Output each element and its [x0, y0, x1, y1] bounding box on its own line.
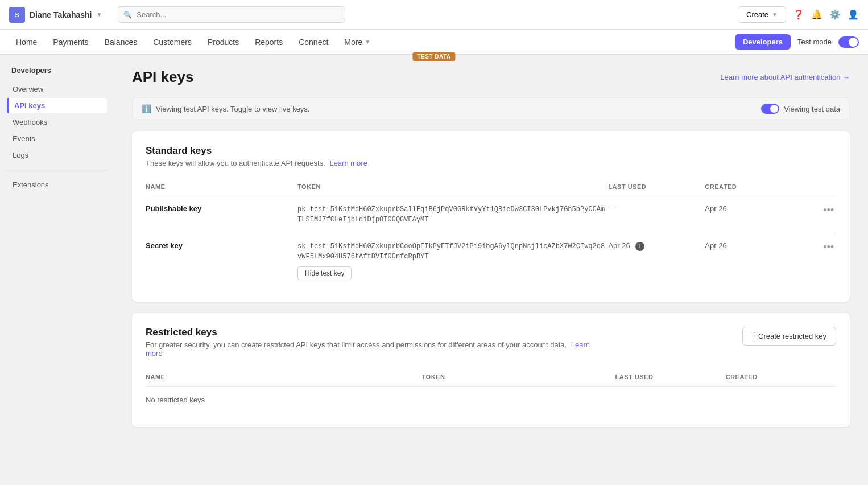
test-data-badge: TEST DATA: [412, 52, 455, 61]
publishable-key-created: Apr 26: [705, 196, 801, 233]
col-last-used-header: LAST USED: [608, 179, 705, 196]
gear-icon[interactable]: ⚙️: [829, 9, 841, 20]
standard-keys-desc-text: These keys will allow you to authenticat…: [146, 159, 325, 167]
info-bar: ℹ️ Viewing test API keys. Toggle to view…: [132, 97, 850, 120]
created-value: Apr 26: [705, 241, 726, 250]
topbar-right: Create ▼ ❓ 🔔 ⚙️ 👤: [738, 6, 859, 23]
table-row: Publishable key pk_test_51KstMdH60Zxkupr…: [146, 196, 836, 233]
create-button[interactable]: Create ▼: [738, 6, 786, 23]
standard-keys-table: NAME TOKEN LAST USED CREATED Publishable…: [146, 179, 836, 288]
key-name-label: Secret key: [146, 241, 183, 250]
nav-item-products[interactable]: Products: [201, 33, 246, 51]
nav-item-customers[interactable]: Customers: [146, 33, 199, 51]
created-value: Apr 26: [705, 204, 726, 213]
restricted-keys-table: NAME TOKEN LAST USED CREATED No restrict…: [146, 369, 836, 413]
secret-key-name: Secret key: [146, 233, 297, 289]
sidebar-item-events[interactable]: Events: [7, 131, 107, 146]
sidebar-item-webhooks[interactable]: Webhooks: [7, 114, 107, 130]
nav-right: Developers Test mode: [735, 34, 859, 50]
user-icon[interactable]: 👤: [848, 9, 859, 20]
more-actions-button[interactable]: •••: [821, 241, 836, 253]
info-circle-icon: ℹ️: [142, 104, 151, 113]
layout: Developers Overview API keys Webhooks Ev…: [0, 55, 868, 485]
nav-item-more[interactable]: More ▼: [337, 33, 377, 51]
token-value: pk_test_51KstMdH60ZxkuprbSallEqiB6jPqV0G…: [297, 205, 605, 224]
toggle-knob: [849, 38, 858, 47]
publishable-key-token: pk_test_51KstMdH60ZxkuprbSallEqiB6jPqV0G…: [297, 196, 608, 233]
col-actions-header: [801, 179, 836, 196]
sidebar-title: Developers: [7, 66, 107, 75]
test-mode-label: Test mode: [797, 38, 832, 46]
viewing-label: Viewing test data: [784, 105, 840, 113]
page-title: API keys: [132, 68, 193, 86]
key-name-label: Publishable key: [146, 204, 201, 213]
learn-more-api-link[interactable]: Learn more about API authentication →: [720, 73, 850, 81]
search-icon: 🔍: [123, 11, 132, 19]
search-input[interactable]: [118, 6, 345, 23]
info-bar-left: ℹ️ Viewing test API keys. Toggle to view…: [142, 104, 310, 113]
nav-item-home[interactable]: Home: [9, 33, 44, 51]
help-icon[interactable]: ❓: [793, 9, 804, 20]
more-actions-button[interactable]: •••: [821, 204, 836, 216]
toggle-knob: [770, 105, 778, 113]
test-mode-toggle[interactable]: [838, 36, 859, 48]
publishable-key-actions: •••: [801, 196, 836, 233]
user-name[interactable]: Diane Takahashi: [30, 10, 92, 19]
navbar: Home Payments Balances Customers Product…: [0, 30, 868, 55]
restricted-col-token-header: TOKEN: [422, 369, 615, 387]
restricted-col-name-header: NAME: [146, 369, 422, 387]
restricted-header-text: Restricted keys For greater security, yo…: [146, 327, 733, 357]
main-content: API keys Learn more about API authentica…: [114, 55, 868, 485]
chevron-down-icon: ▼: [365, 39, 370, 45]
search-bar: 🔍: [118, 6, 345, 23]
restricted-title: Restricted keys: [146, 327, 733, 338]
more-label: More: [344, 38, 362, 47]
sidebar-item-logs[interactable]: Logs: [7, 147, 107, 163]
secret-key-token: sk_test_51KstMdH60ZxkuprbCooOpFIkPyFTfJV…: [297, 233, 608, 289]
last-used-value: Apr 26: [608, 241, 630, 250]
restricted-header: Restricted keys For greater security, yo…: [146, 327, 836, 357]
sidebar-item-overview[interactable]: Overview: [7, 81, 107, 97]
topbar: S Diane Takahashi ▼ 🔍 Create ▼ ❓ 🔔 ⚙️ 👤: [0, 0, 868, 30]
col-name-header: NAME: [146, 179, 297, 196]
brand-icon: S: [9, 7, 25, 23]
brand[interactable]: S Diane Takahashi ▼: [9, 7, 102, 23]
sidebar-item-extensions[interactable]: Extensions: [7, 177, 107, 192]
info-bar-message: Viewing test API keys. Toggle to view li…: [156, 105, 310, 113]
standard-keys-desc: These keys will allow you to authenticat…: [146, 159, 836, 167]
nav-item-payments[interactable]: Payments: [46, 33, 95, 51]
sidebar: Developers Overview API keys Webhooks Ev…: [0, 55, 114, 485]
restricted-col-created-header: CREATED: [726, 369, 836, 387]
secret-key-last-used: Apr 26 i: [608, 233, 705, 289]
secret-key-created: Apr 26: [705, 233, 801, 289]
info-badge: i: [635, 242, 644, 251]
nav-item-connect[interactable]: Connect: [292, 33, 335, 51]
developers-button[interactable]: Developers: [735, 34, 791, 50]
restricted-desc: For greater security, you can create res…: [146, 340, 601, 357]
no-restricted-keys-row: No restricted keys: [146, 387, 836, 414]
token-value: sk_test_51KstMdH60ZxkuprbCooOpFIkPyFTfJV…: [297, 241, 608, 262]
live-keys-toggle[interactable]: [761, 104, 779, 114]
no-keys-message: No restricted keys: [146, 387, 836, 414]
bell-icon[interactable]: 🔔: [811, 9, 822, 20]
hide-test-key-button[interactable]: Hide test key: [297, 266, 352, 280]
sidebar-item-api-keys[interactable]: API keys: [7, 98, 107, 113]
standard-keys-title: Standard keys: [146, 145, 836, 157]
col-token-header: TOKEN: [297, 179, 608, 196]
nav-item-reports[interactable]: Reports: [248, 33, 290, 51]
standard-keys-card: Standard keys These keys will allow you …: [132, 131, 850, 302]
publishable-key-name: Publishable key: [146, 196, 297, 233]
publishable-key-last-used: —: [608, 196, 705, 233]
restricted-desc-text: For greater security, you can create res…: [146, 340, 567, 349]
secret-key-actions: •••: [801, 233, 836, 289]
restricted-keys-section: Restricted keys For greater security, yo…: [132, 313, 850, 427]
chevron-down-icon: ▼: [96, 11, 102, 18]
standard-keys-learn-more[interactable]: Learn more: [329, 159, 367, 167]
create-restricted-key-button[interactable]: + Create restricted key: [742, 327, 836, 346]
nav-item-balances[interactable]: Balances: [98, 33, 144, 51]
page-header: API keys Learn more about API authentica…: [132, 68, 850, 86]
col-created-header: CREATED: [705, 179, 801, 196]
create-label: Create: [746, 10, 768, 19]
restricted-col-last-used-header: LAST USED: [615, 369, 726, 387]
chevron-down-icon: ▼: [772, 11, 778, 18]
